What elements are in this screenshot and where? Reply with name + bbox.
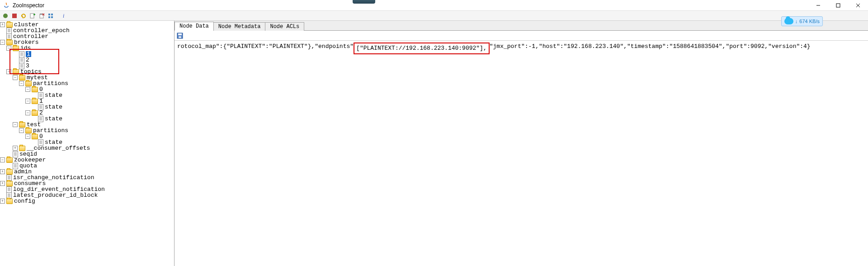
about-icon[interactable]: i: [61, 12, 68, 19]
add-node-icon[interactable]: [29, 12, 36, 19]
java-icon: [3, 2, 10, 9]
expand-icon[interactable]: +: [0, 169, 5, 174]
svg-rect-15: [48, 16, 50, 18]
tree-node-id-2[interactable]: 2: [13, 57, 174, 63]
expand-icon[interactable]: +: [0, 22, 5, 27]
tree-label: 1: [39, 98, 43, 104]
file-icon: [38, 92, 43, 99]
file-icon: [6, 28, 12, 34]
tree-label: partitions: [33, 81, 68, 86]
collapse-icon[interactable]: −: [19, 81, 24, 86]
tab-node-data[interactable]: Node Data: [175, 22, 214, 31]
node-viewers-icon[interactable]: [47, 12, 54, 19]
download-speed-value: 674 KB/s: [799, 19, 820, 24]
tab-node-metadata[interactable]: Node Metadata: [213, 22, 266, 31]
folder-closed-icon: [6, 169, 13, 175]
file-icon: [19, 57, 24, 63]
tree-label: partitions: [33, 128, 68, 133]
tree-label: 0: [39, 86, 43, 92]
file-icon: [19, 51, 24, 57]
disconnect-icon[interactable]: [11, 12, 18, 19]
main-toolbar: i: [0, 11, 868, 21]
minimize-button[interactable]: [808, 0, 828, 11]
tree-node-state[interactable]: state: [32, 92, 174, 98]
tree-node-ids[interactable]: −ids: [6, 45, 174, 51]
svg-rect-16: [51, 16, 53, 18]
collapse-icon[interactable]: −: [19, 128, 24, 133]
svg-rect-13: [48, 14, 50, 15]
download-arrow-icon: ↓: [795, 19, 798, 24]
folder-open-icon: [19, 75, 25, 81]
collapse-icon[interactable]: −: [13, 75, 18, 80]
expand-icon[interactable]: +: [0, 199, 5, 204]
file-icon: [38, 116, 43, 122]
collapse-icon[interactable]: −: [0, 40, 5, 45]
maximize-button[interactable]: [828, 0, 848, 11]
collapse-icon[interactable]: −: [13, 122, 18, 127]
tree-node-state[interactable]: state: [32, 104, 174, 110]
node-data-part1: rotocol_map":{"PLAINTEXT":"PLAINTEXT"},"…: [177, 43, 354, 51]
refresh-icon[interactable]: [20, 12, 27, 19]
titlebar-handle-icon: [353, 0, 375, 4]
collapse-icon[interactable]: −: [6, 69, 11, 74]
collapse-icon[interactable]: −: [25, 87, 30, 92]
tree-label: config: [14, 198, 35, 204]
folder-open-icon: [25, 128, 32, 133]
folder-closed-icon: [6, 199, 13, 204]
svg-rect-20: [179, 36, 181, 38]
folder-closed-icon: [6, 181, 13, 186]
file-icon: [6, 186, 12, 193]
folder-open-icon: [32, 110, 38, 116]
tab-strip: Node Data Node Metadata Node ACLs: [175, 21, 868, 31]
file-icon: [38, 104, 43, 110]
collapse-icon[interactable]: −: [6, 46, 11, 51]
svg-rect-19: [178, 33, 182, 35]
folder-open-icon: [13, 69, 19, 75]
close-button[interactable]: [848, 0, 868, 11]
connect-icon[interactable]: [2, 12, 9, 19]
tab-node-acls[interactable]: Node ACLs: [265, 22, 304, 31]
svg-rect-14: [51, 14, 53, 15]
window-titlebar: ZooInspector: [0, 0, 868, 11]
folder-open-icon: [32, 134, 38, 139]
expand-icon[interactable]: +: [13, 146, 18, 151]
tree-node-config[interactable]: +config: [0, 198, 174, 204]
collapse-icon[interactable]: −: [25, 134, 30, 139]
node-data-part3: "jmx_port":-1,"host":"192.168.223.140","…: [490, 43, 811, 51]
tree-label: 0: [39, 133, 43, 139]
tree-pane[interactable]: +cluster controller_epoch controller −br…: [0, 21, 175, 266]
folder-closed-icon: [6, 22, 13, 28]
tree-node-id-1[interactable]: 1: [13, 51, 174, 57]
folder-open-icon: [32, 87, 38, 92]
svg-point-4: [3, 14, 8, 18]
content-toolbar: [175, 31, 868, 41]
content-pane: Node Data Node Metadata Node ACLs rotoco…: [175, 21, 868, 266]
tree-label: state: [45, 116, 62, 122]
tree-label: state: [45, 92, 62, 98]
svg-text:i: i: [63, 13, 64, 19]
collapse-icon[interactable]: −: [0, 157, 5, 162]
folder-open-icon: [6, 40, 13, 45]
tree-label: state: [45, 104, 62, 110]
save-icon[interactable]: [176, 32, 184, 39]
file-icon: [13, 163, 18, 169]
folder-closed-icon: [19, 146, 25, 151]
download-speed-widget[interactable]: ↓ 674 KB/s: [781, 16, 823, 26]
folder-open-icon: [19, 122, 25, 128]
collapse-icon[interactable]: −: [25, 110, 30, 115]
cloud-icon: [784, 18, 793, 24]
svg-rect-6: [30, 14, 34, 18]
expand-icon[interactable]: +: [0, 181, 5, 186]
folder-open-icon: [13, 46, 19, 51]
tree-node-state[interactable]: state: [32, 116, 174, 122]
collapse-icon[interactable]: −: [25, 99, 30, 104]
svg-rect-1: [836, 4, 840, 7]
tree-label: 2: [39, 110, 43, 116]
window-title: ZooInspector: [13, 2, 44, 9]
node-data-text[interactable]: rotocol_map":{"PLAINTEXT":"PLAINTEXT"},"…: [175, 41, 868, 56]
folder-open-icon: [32, 99, 38, 104]
svg-rect-5: [12, 14, 17, 18]
folder-open-icon: [6, 157, 13, 163]
delete-node-icon[interactable]: [38, 12, 45, 19]
node-data-highlight: ["PLAINTEXT://192.168.223.140:9092"],: [354, 43, 490, 54]
